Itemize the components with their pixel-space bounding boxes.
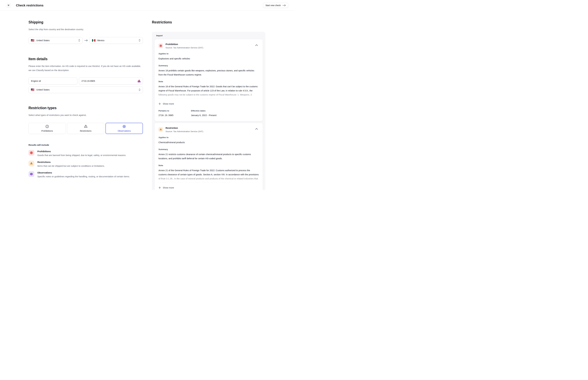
import-group-label: Import <box>156 35 263 37</box>
pertains-to-value: 2710.19.9905 <box>158 114 191 116</box>
form-column: Shipping Select the ship from country an… <box>28 11 143 190</box>
result-item-title: Observations <box>37 171 130 174</box>
start-new-check-button[interactable]: Start new check <box>263 3 288 8</box>
shipping-heading: Shipping <box>28 20 143 24</box>
note-label: Note <box>158 164 259 167</box>
select-chevrons-icon <box>139 89 141 91</box>
restriction-type-cards: Prohibitions Restrictions Observations <box>28 123 143 134</box>
type-card-observations[interactable]: Observations <box>106 123 143 134</box>
note-value: Annex 21 of the General Rules of Foreign… <box>158 169 259 184</box>
chevron-up-icon <box>255 128 258 130</box>
card-title: Prohibition <box>166 43 203 46</box>
circle-alert-icon <box>45 125 49 128</box>
show-more-button[interactable]: Show more <box>158 102 174 106</box>
card-source: Source: Tax Administration Service (SAT) <box>166 130 203 133</box>
summary-value: Annex 21 restricts customs clearance of … <box>158 152 259 161</box>
collapse-button[interactable] <box>254 43 259 47</box>
item-details-heading: Item details <box>28 57 143 61</box>
shipping-route-row: United States Mexico <box>28 37 143 44</box>
effective-dates-label: Effective dates <box>191 110 216 112</box>
item-description-input[interactable] <box>28 77 77 84</box>
type-card-restrictions[interactable]: Restrictions <box>67 123 104 134</box>
restriction-card-header: Restriction Source: Tax Administration S… <box>158 127 259 133</box>
restriction-badge-icon <box>28 161 34 166</box>
main-content: Shipping Select the ship from country an… <box>0 11 294 190</box>
prohibition-card-header: Prohibition Source: Tax Administration S… <box>158 43 259 49</box>
start-new-check-label: Start new check <box>265 4 281 7</box>
summary-value: Annex 18 prohibits certain goods like we… <box>158 69 259 77</box>
origin-row: United States <box>28 86 143 93</box>
chevron-up-icon <box>255 44 258 46</box>
summary-label: Summary <box>158 64 259 67</box>
type-card-label: Restrictions <box>80 130 92 132</box>
results-will-include-label: Results will include <box>28 144 143 146</box>
result-item-title: Restrictions <box>37 161 105 163</box>
results-column: Restrictions Import Prohibition Source: … <box>152 11 265 190</box>
triangle-alert-icon <box>84 125 88 128</box>
note-label: Note <box>158 80 259 83</box>
restrictions-heading: Restrictions <box>152 20 265 24</box>
restriction-card: Restriction Source: Tax Administration S… <box>154 123 263 190</box>
result-item-description: Specific notes or guidelines regarding t… <box>37 175 130 178</box>
hs-code-field <box>79 77 143 84</box>
collapse-button[interactable] <box>254 127 259 131</box>
hs-code-input[interactable] <box>79 77 143 84</box>
mexico-flag-icon <box>92 39 95 42</box>
restriction-types-heading: Restriction types <box>28 106 143 110</box>
country-of-origin-select[interactable]: United States <box>28 86 143 93</box>
plus-icon <box>158 103 161 105</box>
result-item-restrictions: Restrictions Items that can be shipped b… <box>28 161 143 168</box>
summary-label: Summary <box>158 148 259 151</box>
prohibition-card: Prohibition Source: Tax Administration S… <box>154 39 263 121</box>
applies-to-value: Chemical/mineral products <box>158 140 259 145</box>
select-chevrons-icon <box>78 39 80 42</box>
ship-to-select[interactable]: Mexico <box>90 37 143 44</box>
restriction-types-description: Select what types of restrictions you wa… <box>28 113 143 117</box>
top-bar: Check restrictions Start new check <box>0 0 294 11</box>
card-meta-row: Pertains to 2710.19.9905 Effective dates… <box>158 110 259 116</box>
prohibition-badge-icon <box>28 150 34 156</box>
us-flag-icon <box>31 39 34 42</box>
observation-badge-icon <box>28 171 34 177</box>
applies-to-label: Applies to <box>158 136 259 139</box>
card-title: Restriction <box>166 127 203 129</box>
restriction-badge-icon <box>158 127 163 132</box>
ship-to-value: Mexico <box>97 39 104 42</box>
show-more-button[interactable]: Show more <box>158 186 174 190</box>
effective-dates-value: January 6, 2022 - Present <box>191 114 216 116</box>
close-button[interactable] <box>6 3 11 8</box>
result-item-prohibitions: Prohibitions Goods that are banned from … <box>28 150 143 157</box>
result-item-observations: Observations Specific notes or guideline… <box>28 171 143 178</box>
result-item-description: Items that can be shipped but are subjec… <box>37 164 105 168</box>
route-arrow-icon <box>82 39 90 41</box>
country-of-origin-value: United States <box>36 89 50 91</box>
select-chevrons-icon <box>139 39 141 42</box>
result-item-description: Goods that are banned from being shipped… <box>37 154 126 157</box>
shipping-description: Select the ship from country and the des… <box>28 27 143 32</box>
import-panel: Import Prohibition Source: Tax Administr… <box>152 32 265 190</box>
type-card-label: Observations <box>118 130 131 132</box>
result-item-title: Prohibitions <box>37 150 126 153</box>
ship-from-select[interactable]: United States <box>28 37 82 44</box>
note-value: Annex 18 of the General Rules of Foreign… <box>158 84 259 100</box>
item-details-description: Please enter the item information. An HS… <box>28 64 143 72</box>
ship-from-value: United States <box>36 39 50 42</box>
show-more-label: Show more <box>163 187 174 189</box>
applies-to-value: Explosives and specific vehicles <box>158 57 259 61</box>
pertains-to-label: Pertains to <box>158 110 191 112</box>
type-card-prohibitions[interactable]: Prohibitions <box>28 123 66 134</box>
classify-logo-icon[interactable] <box>137 79 141 83</box>
show-more-label: Show more <box>163 103 174 105</box>
plus-icon <box>158 187 161 189</box>
page-title: Check restrictions <box>16 3 43 7</box>
close-icon <box>7 4 9 6</box>
applies-to-label: Applies to <box>158 53 259 55</box>
prohibition-badge-icon <box>158 43 163 48</box>
us-flag-icon <box>31 89 34 91</box>
arrow-right-icon <box>283 4 286 6</box>
item-inputs-row <box>28 77 143 84</box>
eye-target-icon <box>122 125 126 128</box>
card-source: Source: Tax Administration Service (SAT) <box>166 47 203 49</box>
type-card-label: Prohibitions <box>41 130 53 132</box>
